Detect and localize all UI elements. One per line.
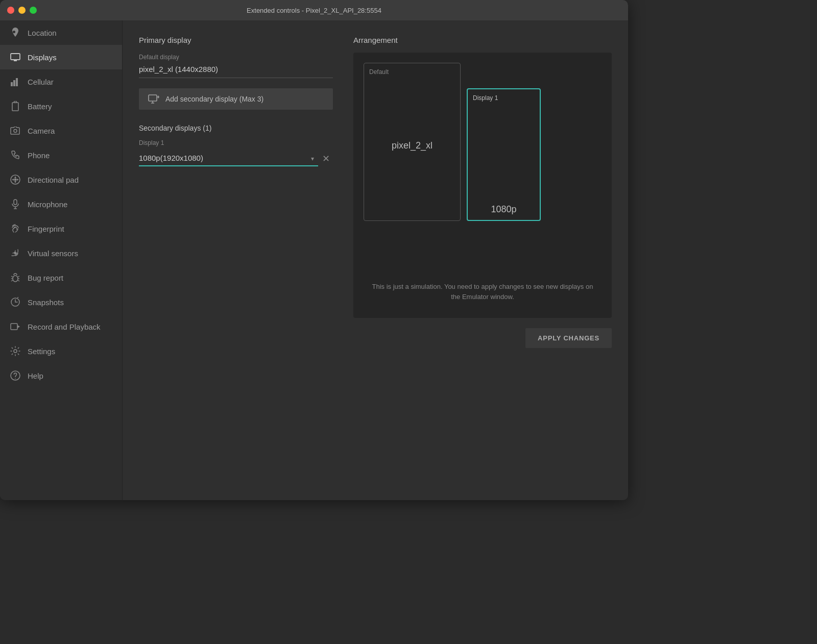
sidebar-item-phone[interactable]: Phone [0, 143, 122, 167]
sidebar-item-battery[interactable]: Battery [0, 94, 122, 118]
sidebar-label-settings: Settings [28, 347, 55, 356]
svg-point-29 [14, 350, 17, 353]
svg-rect-32 [149, 95, 157, 101]
minimize-button[interactable] [18, 7, 26, 14]
svg-line-20 [11, 276, 13, 277]
left-panel: Primary display Default display pixel_2_… [139, 36, 333, 485]
titlebar: Extended controls - Pixel_2_XL_API_28:55… [0, 0, 628, 20]
default-display-box-name: pixel_2_xl [392, 140, 432, 151]
svg-rect-6 [12, 103, 18, 111]
sidebar-label-snapshots: Snapshots [28, 298, 64, 307]
dpad-icon [10, 175, 20, 185]
svg-rect-7 [14, 102, 17, 103]
phone-icon [10, 150, 20, 160]
svg-marker-12 [12, 179, 14, 181]
svg-point-8 [14, 130, 17, 133]
display1-label: Display 1 [139, 139, 333, 146]
record-icon [10, 321, 20, 332]
fingerprint-icon [10, 224, 20, 234]
svg-marker-28 [17, 325, 20, 328]
add-display-icon [148, 94, 159, 104]
secondary-displays-title: Secondary displays (1) [139, 124, 333, 132]
sidebar-item-displays[interactable]: Displays [0, 45, 122, 69]
sidebar-item-camera[interactable]: Camera [0, 118, 122, 143]
content-area: Primary display Default display pixel_2_… [123, 20, 628, 500]
svg-marker-3 [11, 82, 13, 86]
sidebar-label-help: Help [28, 371, 43, 380]
simulation-note: This is just a simulation. You need to a… [364, 276, 602, 308]
sidebar-label-phone: Phone [28, 151, 50, 160]
arrangement-label: Arrangement [353, 36, 612, 44]
apply-changes-button[interactable]: APPLY CHANGES [525, 328, 612, 348]
svg-point-19 [13, 276, 18, 282]
add-display-button-label: Add secondary display (Max 3) [165, 95, 263, 103]
mic-icon [10, 199, 20, 209]
sidebar-label-battery: Battery [28, 102, 52, 111]
sidebar-item-cellular[interactable]: Cellular [0, 69, 122, 94]
cellular-icon [10, 77, 20, 87]
default-display-preview: Default pixel_2_xl [364, 63, 461, 221]
svg-marker-10 [14, 176, 16, 178]
display1-row: 1080p(1920x1080) 720p(1280x720) 480p(720… [139, 151, 333, 166]
sidebar-label-cellular: Cellular [28, 78, 54, 86]
sidebar-label-virtual-sensors: Virtual sensors [28, 249, 78, 258]
right-panel: Arrangement Default pixel_2_xl Display 1… [353, 36, 612, 485]
battery-icon [10, 101, 20, 111]
bug-icon [10, 273, 20, 283]
camera-icon [10, 126, 20, 136]
sidebar-item-settings[interactable]: Settings [0, 339, 122, 363]
sidebar-item-dpad[interactable]: Directional pad [0, 167, 122, 192]
help-icon [10, 370, 20, 381]
close-button[interactable] [7, 7, 14, 14]
pin-icon [10, 28, 20, 38]
display-icon [10, 52, 20, 62]
svg-point-14 [14, 179, 17, 181]
sidebar-label-fingerprint: Fingerprint [28, 225, 64, 233]
display1-select[interactable]: 1080p(1920x1080) 720p(1280x720) 480p(720… [139, 151, 318, 166]
window-title: Extended controls - Pixel_2_XL_API_28:55… [247, 7, 381, 14]
window-controls [7, 7, 37, 14]
display-previews: Default pixel_2_xl Display 1 1080p [364, 63, 602, 221]
sidebar-item-microphone[interactable]: Microphone [0, 192, 122, 216]
default-display-label: Default display [139, 54, 333, 61]
sidebar-label-dpad: Directional pad [28, 176, 79, 184]
svg-line-25 [18, 280, 19, 281]
svg-marker-13 [17, 179, 19, 181]
sidebar-item-record-playback[interactable]: Record and Playback [0, 314, 122, 339]
svg-rect-27 [11, 324, 17, 330]
svg-line-21 [18, 276, 19, 277]
sidebar-item-location[interactable]: Location [0, 20, 122, 45]
sidebar-item-bug-report[interactable]: Bug report [0, 265, 122, 290]
sidebar-item-snapshots[interactable]: Snapshots [0, 290, 122, 314]
sidebar-label-displays: Displays [28, 53, 57, 62]
default-display-box-label: Default [369, 68, 389, 76]
sidebar-item-virtual-sensors[interactable]: Virtual sensors [0, 241, 122, 265]
sidebar-label-camera: Camera [28, 127, 55, 135]
remove-display1-button[interactable]: ✕ [319, 151, 333, 166]
svg-marker-11 [14, 181, 16, 183]
main-container: Location Displays Cellular [0, 20, 628, 500]
sidebar-label-location: Location [28, 29, 57, 37]
secondary-display-box-name: 1080p [491, 204, 516, 215]
svg-point-31 [15, 378, 16, 379]
sidebar-label-bug-report: Bug report [28, 274, 63, 282]
default-display-value: pixel_2_xl (1440x2880) [139, 65, 333, 78]
sidebar-label-record-playback: Record and Playback [28, 323, 101, 331]
gear-icon [10, 346, 20, 356]
sidebar-item-fingerprint[interactable]: Fingerprint [0, 216, 122, 241]
sensors-icon [10, 248, 20, 258]
sidebar-item-help[interactable]: Help [0, 363, 122, 388]
svg-line-24 [11, 280, 13, 281]
sidebar-label-microphone: Microphone [28, 200, 67, 209]
add-secondary-display-button[interactable]: Add secondary display (Max 3) [139, 88, 333, 110]
svg-marker-4 [13, 80, 15, 86]
apply-changes-row: APPLY CHANGES [353, 328, 612, 348]
maximize-button[interactable] [30, 7, 37, 14]
snapshots-icon [10, 297, 20, 307]
svg-marker-5 [16, 78, 18, 86]
secondary-display-box-label: Display 1 [473, 94, 498, 102]
svg-rect-0 [11, 54, 20, 60]
primary-display-title: Primary display [139, 36, 333, 44]
secondary-display-preview: Display 1 1080p [467, 88, 541, 221]
sidebar: Location Displays Cellular [0, 20, 123, 500]
